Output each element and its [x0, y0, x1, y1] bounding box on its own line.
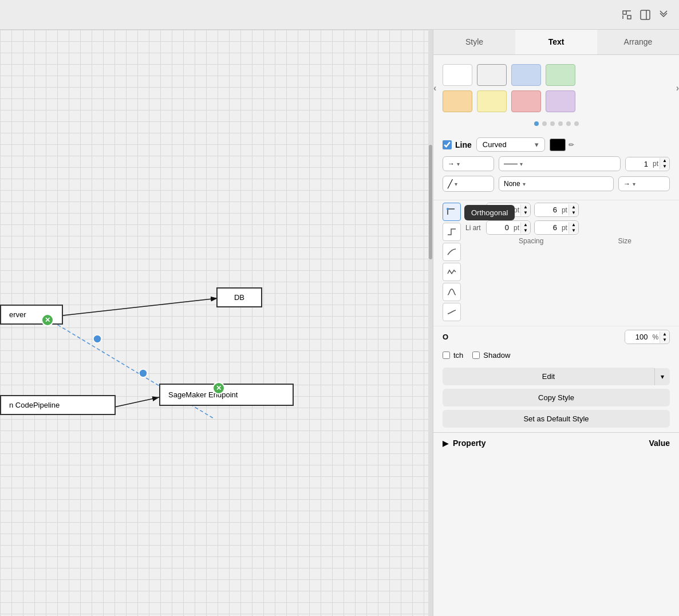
line-end-size-field[interactable] — [535, 221, 560, 234]
sketch-shadow-row: tch Shadow — [433, 348, 679, 363]
scrollbar-thumb[interactable] — [429, 145, 432, 259]
expand-icon[interactable] — [621, 9, 633, 21]
sagemaker-node[interactable]: SageMaker Endpoint — [159, 384, 294, 406]
edit-row: Edit ▾ — [443, 368, 670, 385]
swatch-dot-1[interactable] — [534, 121, 539, 126]
svg-rect-1 — [627, 15, 631, 19]
tab-style[interactable]: Style — [433, 30, 515, 54]
sidebar-icon[interactable] — [639, 9, 652, 21]
sketch-checkbox[interactable] — [443, 352, 450, 359]
arrow-start-dropdown[interactable]: → ▾ — [443, 156, 494, 171]
line-width-down[interactable]: ▼ — [660, 164, 669, 169]
line-end-spacing-field[interactable] — [487, 221, 512, 234]
server-connection-point: ✕ — [41, 314, 54, 326]
mid-style-dropdown[interactable]: None ▾ — [499, 176, 614, 191]
copy-style-button[interactable]: Copy Style — [443, 389, 670, 406]
swatch-dot-3[interactable] — [550, 121, 555, 126]
arrow-start-style-dropdown[interactable]: ╱ ▾ — [443, 176, 494, 192]
spacing-area: Orthogonal — [433, 200, 679, 326]
line-width-field[interactable] — [626, 157, 652, 171]
edit-button[interactable]: Edit — [443, 368, 654, 385]
line-width-up[interactable]: ▲ — [660, 158, 669, 164]
curved-dropdown[interactable]: Curved ▾ — [476, 137, 545, 152]
opacity-row: O % ▲ ▼ — [433, 326, 679, 348]
swatch-nav-left[interactable]: ‹ — [433, 83, 436, 93]
edit-chevron-button[interactable]: ▾ — [654, 368, 670, 385]
canvas-area[interactable]: erver ✕ DB n CodePipeline SageMaker Endp… — [0, 30, 433, 616]
arrow-end-chevron: ▾ — [633, 181, 635, 187]
connection-style-icons: Orthogonal — [443, 203, 461, 321]
swatch-lightpurple[interactable] — [546, 90, 575, 112]
curved-connection-icon[interactable] — [443, 243, 461, 261]
swatch-lightgreen[interactable] — [546, 64, 575, 86]
curved3-connection-icon[interactable] — [443, 303, 461, 321]
swatch-white[interactable] — [443, 64, 472, 86]
db-node[interactable]: DB — [216, 287, 262, 307]
swatch-lightorange[interactable] — [443, 90, 472, 112]
swatch-nav-right[interactable]: › — [676, 83, 679, 93]
swatch-dot-6[interactable] — [574, 121, 579, 126]
line-checkbox-label[interactable]: Line — [443, 140, 472, 149]
set-default-button[interactable]: Set as Default Style — [443, 410, 670, 428]
line-start-spacing-input[interactable]: pt ▲ ▼ — [486, 203, 531, 217]
line-start-spacing-up[interactable]: ▲ — [521, 204, 530, 210]
svg-line-11 — [115, 397, 159, 407]
collapse-icon[interactable] — [657, 9, 670, 21]
line-start-spacing-down[interactable]: ▼ — [521, 210, 530, 216]
shadow-label[interactable]: Shadow — [472, 351, 510, 360]
opacity-down[interactable]: ▼ — [660, 337, 669, 343]
tab-text[interactable]: Text — [515, 30, 597, 54]
line-end-size-input[interactable]: pt ▲ ▼ — [534, 220, 579, 235]
line-color-edit-icon[interactable]: ✏ — [569, 141, 574, 149]
arrow-end-dropdown[interactable]: → ▾ — [618, 176, 670, 191]
arrow-style-row2: ╱ ▾ None ▾ → ▾ — [443, 176, 670, 192]
line-end-size-down[interactable]: ▼ — [569, 228, 578, 234]
canvas-scrollbar[interactable] — [428, 30, 433, 616]
line-start-spacing-field[interactable] — [487, 203, 512, 216]
swatch-dot-2[interactable] — [542, 121, 547, 126]
line-end-spacing-input[interactable]: pt ▲ ▼ — [486, 220, 531, 235]
line-end-spacing-down[interactable]: ▼ — [521, 228, 530, 234]
line-start-size-field[interactable] — [535, 203, 560, 216]
property-col1: Property — [453, 439, 644, 448]
opacity-input[interactable]: % ▲ ▼ — [625, 330, 670, 344]
swatch-lightgray[interactable] — [477, 64, 507, 86]
line-start-size-up[interactable]: ▲ — [569, 204, 578, 210]
property-header[interactable]: ▶ Property Value — [443, 439, 670, 448]
opacity-up[interactable]: ▲ — [660, 331, 669, 337]
line-start-size-down[interactable]: ▼ — [569, 210, 578, 216]
line-start-row: Li d pt ▲ ▼ pt ▲ ▼ — [465, 203, 670, 217]
line-style-dropdown[interactable]: —— ▾ — [499, 156, 621, 171]
arrow-start-style-chevron: ▾ — [455, 181, 457, 187]
swatch-lightpink[interactable] — [511, 90, 541, 112]
swatch-dot-5[interactable] — [566, 121, 571, 126]
shadow-checkbox[interactable] — [472, 352, 480, 359]
opacity-field[interactable] — [625, 330, 651, 343]
line-color-box[interactable] — [550, 139, 566, 151]
swatch-lightblue[interactable] — [511, 64, 541, 86]
spacing-label: Spacing — [486, 237, 577, 245]
right-panel: Style Text Arrange ‹ — [433, 30, 679, 616]
color-swatches-row2 — [443, 90, 670, 112]
line-end-spacing-up[interactable]: ▲ — [521, 222, 530, 228]
curved2-connection-icon[interactable] — [443, 283, 461, 301]
swatch-dot-4[interactable] — [558, 121, 563, 126]
line-start-size-input[interactable]: pt ▲ ▼ — [534, 203, 579, 217]
codepipeline-node[interactable]: n CodePipeline — [0, 395, 116, 415]
color-swatches-row1 — [443, 64, 670, 86]
sagemaker-connection-point: ✕ — [212, 382, 225, 394]
zigzag-connection-icon[interactable] — [443, 263, 461, 281]
rightangle-connection-icon[interactable] — [443, 223, 461, 241]
line-end-size-up[interactable]: ▲ — [569, 222, 578, 228]
property-section: ▶ Property Value — [433, 432, 679, 453]
tab-arrange[interactable]: Arrange — [597, 30, 679, 54]
line-width-input[interactable]: pt ▲ ▼ — [625, 157, 670, 171]
sketch-label[interactable]: tch — [443, 351, 463, 360]
swatch-dots — [433, 121, 679, 126]
swatch-lightyellow[interactable] — [477, 90, 507, 112]
orthogonal-connection-icon[interactable] — [443, 203, 461, 221]
color-swatches-section: ‹ › — [433, 55, 679, 121]
line-checkbox[interactable] — [443, 140, 452, 149]
svg-line-6 — [63, 298, 218, 315]
panel-tabs: Style Text Arrange — [433, 30, 679, 55]
